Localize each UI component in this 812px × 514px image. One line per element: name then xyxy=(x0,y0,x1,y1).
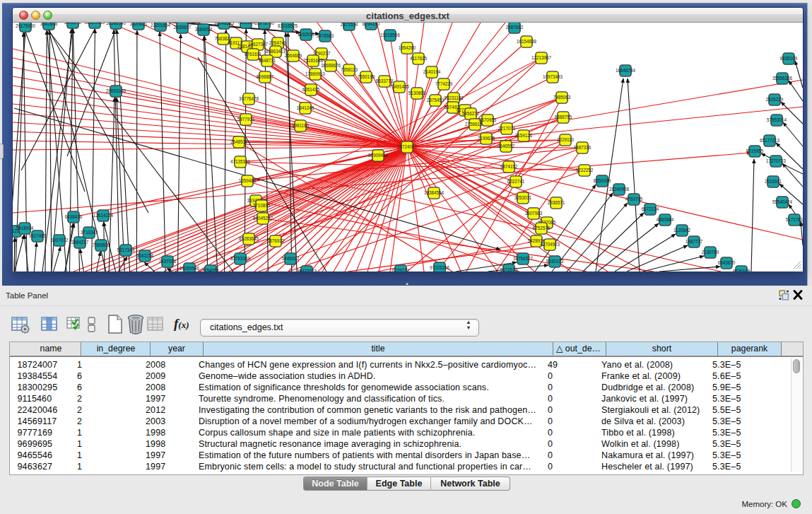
svg-text:5977931: 5977931 xyxy=(237,117,255,122)
svg-text:7774229: 7774229 xyxy=(435,81,453,86)
svg-text:2626229: 2626229 xyxy=(766,97,784,102)
svg-text:5130808: 5130808 xyxy=(408,90,426,95)
svg-text:4860684: 4860684 xyxy=(657,217,674,222)
svg-text:3342608: 3342608 xyxy=(40,23,58,26)
svg-text:98231132: 98231132 xyxy=(444,95,464,100)
svg-text:6752576: 6752576 xyxy=(533,226,551,230)
svg-text:2087682: 2087682 xyxy=(506,25,524,30)
svg-text:2140194: 2140194 xyxy=(423,69,441,74)
svg-text:5476583: 5476583 xyxy=(317,33,334,38)
svg-text:55540424: 55540424 xyxy=(772,199,793,204)
svg-text:82909480: 82909480 xyxy=(368,153,389,158)
svg-text:75181648: 75181648 xyxy=(303,58,324,63)
svg-text:88320463: 88320463 xyxy=(85,23,105,25)
svg-text:17270733: 17270733 xyxy=(766,158,787,163)
svg-text:1848731: 1848731 xyxy=(259,58,276,63)
svg-text:8688755: 8688755 xyxy=(555,115,572,119)
svg-text:19289546: 19289546 xyxy=(180,266,200,271)
svg-text:16648784: 16648784 xyxy=(616,68,636,73)
svg-text:3564217: 3564217 xyxy=(71,240,89,245)
svg-text:29175900: 29175900 xyxy=(16,23,36,28)
svg-text:3684052: 3684052 xyxy=(195,27,213,32)
svg-text:2375453: 2375453 xyxy=(427,98,445,103)
svg-text:7455324: 7455324 xyxy=(237,23,255,25)
svg-text:34627347: 34627347 xyxy=(248,42,269,47)
svg-text:2876932: 2876932 xyxy=(267,238,285,243)
svg-text:2437026: 2437026 xyxy=(159,259,177,264)
svg-text:3253031: 3253031 xyxy=(514,195,532,200)
svg-text:1192619: 1192619 xyxy=(298,32,315,37)
svg-text:9517485: 9517485 xyxy=(29,233,47,238)
svg-text:35556386: 35556386 xyxy=(772,76,793,81)
svg-text:4769795: 4769795 xyxy=(625,197,643,201)
svg-text:7485063: 7485063 xyxy=(553,95,571,100)
svg-text:19218506: 19218506 xyxy=(380,33,401,37)
svg-text:7550190: 7550190 xyxy=(358,74,375,79)
svg-text:57553014: 57553014 xyxy=(767,117,787,122)
svg-text:3607983: 3607983 xyxy=(525,211,543,216)
svg-text:58586340: 58586340 xyxy=(106,23,126,25)
svg-text:10973493: 10973493 xyxy=(543,74,563,79)
svg-text:97225156: 97225156 xyxy=(430,265,450,270)
svg-text:5408072: 5408072 xyxy=(64,23,82,25)
svg-text:43704923: 43704923 xyxy=(540,242,560,247)
svg-text:3710343: 3710343 xyxy=(81,230,98,235)
svg-text:6022741: 6022741 xyxy=(507,179,525,184)
svg-text:5446912: 5446912 xyxy=(282,256,300,261)
svg-text:1954280: 1954280 xyxy=(399,45,416,50)
svg-text:6438436: 6438436 xyxy=(65,214,83,219)
svg-text:3154051: 3154051 xyxy=(202,268,220,271)
svg-text:19384554: 19384554 xyxy=(424,190,445,195)
svg-text:2217071: 2217071 xyxy=(498,126,516,131)
svg-text:7358113: 7358113 xyxy=(341,67,358,72)
svg-text:4117625: 4117625 xyxy=(410,56,428,61)
svg-text:3222252: 3222252 xyxy=(576,168,594,173)
svg-text:9874152: 9874152 xyxy=(500,164,518,169)
svg-text:2936571: 2936571 xyxy=(548,200,565,205)
svg-text:8935169: 8935169 xyxy=(780,56,798,61)
svg-text:6229731: 6229731 xyxy=(392,268,410,271)
svg-text:3710895: 3710895 xyxy=(253,203,271,208)
svg-text:22201654: 22201654 xyxy=(151,23,171,28)
svg-text:1120642: 1120642 xyxy=(673,228,691,233)
svg-text:8930103: 8930103 xyxy=(546,259,564,264)
svg-text:8096887: 8096887 xyxy=(257,74,274,79)
svg-text:5017343: 5017343 xyxy=(117,247,135,252)
svg-text:8350099: 8350099 xyxy=(594,178,611,183)
svg-text:20053346: 20053346 xyxy=(106,88,126,93)
svg-text:81016525: 81016525 xyxy=(278,23,298,28)
svg-text:5418934: 5418934 xyxy=(16,226,34,230)
svg-text:6261415: 6261415 xyxy=(302,87,320,92)
svg-text:8294150: 8294150 xyxy=(363,23,380,26)
svg-text:83793389: 83793389 xyxy=(230,256,251,261)
svg-text:6543670: 6543670 xyxy=(718,260,736,265)
svg-text:2154126: 2154126 xyxy=(515,133,533,138)
svg-text:16154838: 16154838 xyxy=(517,39,537,44)
svg-text:85283645: 85283645 xyxy=(239,236,259,241)
svg-text:38754377: 38754377 xyxy=(513,256,534,261)
svg-text:5672073: 5672073 xyxy=(500,267,518,271)
svg-text:9626108: 9626108 xyxy=(733,269,751,271)
svg-text:6672134: 6672134 xyxy=(642,206,659,211)
svg-text:30776478: 30776478 xyxy=(239,96,259,101)
svg-text:2839607: 2839607 xyxy=(174,25,192,30)
svg-text:26240908: 26240908 xyxy=(609,187,630,192)
svg-text:17869910: 17869910 xyxy=(305,71,326,76)
svg-text:8633773: 8633773 xyxy=(376,78,394,83)
svg-text:12213967: 12213967 xyxy=(531,55,552,60)
svg-text:2871534: 2871534 xyxy=(341,23,358,27)
svg-text:5171761: 5171761 xyxy=(786,217,803,222)
svg-text:47135391: 47135391 xyxy=(230,159,251,164)
svg-text:6007072: 6007072 xyxy=(51,238,69,243)
svg-text:7089806: 7089806 xyxy=(93,243,110,247)
svg-text:12614124: 12614124 xyxy=(93,213,114,218)
svg-text:1841248: 1841248 xyxy=(297,105,314,110)
svg-text:1987737: 1987737 xyxy=(686,239,703,244)
svg-text:89978790: 89978790 xyxy=(254,23,275,25)
svg-text:38427073: 38427073 xyxy=(297,269,317,271)
svg-text:2548511: 2548511 xyxy=(230,139,248,144)
svg-text:90048665: 90048665 xyxy=(214,23,235,25)
svg-text:2564689: 2564689 xyxy=(285,53,302,58)
svg-text:18724007: 18724007 xyxy=(397,144,418,149)
svg-text:84045292: 84045292 xyxy=(253,216,273,221)
